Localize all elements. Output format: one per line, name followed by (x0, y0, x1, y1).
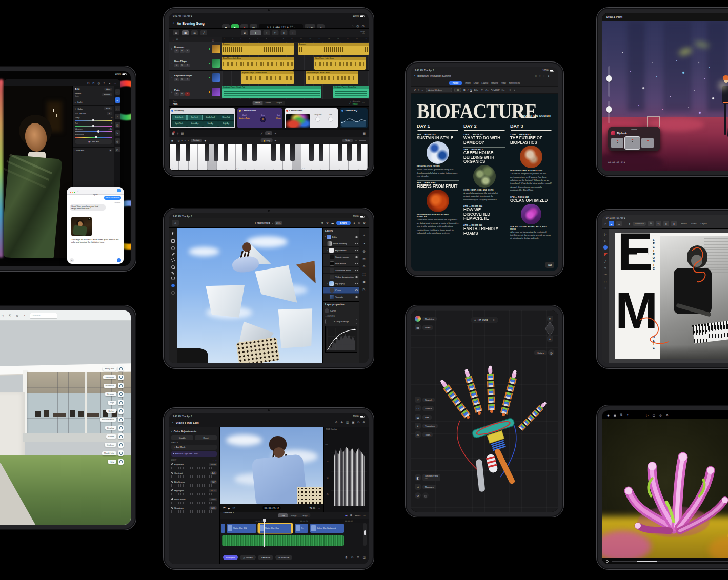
flip-icon[interactable]: ⇋ (656, 221, 661, 226)
button-entity-info[interactable]: Entity Info (103, 366, 124, 371)
hide-icon[interactable]: ⊘ (415, 492, 421, 499)
more-icon[interactable]: ⋯ (363, 514, 366, 517)
slider-tint[interactable]: Tint0 (75, 122, 112, 127)
brush-tool-icon[interactable]: 〰 (604, 273, 607, 277)
select-button[interactable]: Select (355, 514, 360, 517)
canvas[interactable] (177, 228, 322, 363)
drag-on-image-button[interactable]: ✛ Drag on image (325, 319, 357, 324)
history-icon[interactable]: ◷ (97, 81, 99, 85)
tab-home[interactable]: Home (449, 81, 462, 85)
plugin-chromaverb[interactable]: ChromaVerb Decay Time Wet (285, 108, 338, 128)
node-tool-icon[interactable]: ▻ (604, 239, 606, 242)
indent-icon[interactable]: ⇥ (513, 89, 515, 91)
masking-tool-icon[interactable]: ◔ (115, 114, 120, 119)
visibility-icon[interactable] (355, 236, 358, 238)
history-button[interactable]: History (534, 350, 547, 355)
eye-panel-icon[interactable]: ◉ (362, 280, 365, 283)
back-grid-icon[interactable]: ⬅ (604, 222, 606, 225)
layer-row[interactable]: Noise blending (323, 240, 359, 247)
font-name-select[interactable]: Antipol Medium (426, 88, 452, 92)
crop-panel-icon[interactable]: ⬚ (362, 272, 366, 276)
regions-view-icon[interactable]: ▦ (182, 30, 189, 35)
lasso-tool-icon[interactable] (171, 246, 175, 250)
editors-icon[interactable]: ▭ (191, 30, 198, 35)
disable-button[interactable]: Disable (171, 435, 193, 440)
edit-tool-icon[interactable]: ≋ (115, 97, 120, 103)
comments-icon[interactable]: ▭ (362, 257, 366, 260)
preset-tile[interactable]: Epic Synth (187, 115, 203, 120)
layer-row[interactable]: ▾Adjustments (323, 247, 359, 254)
highlighter-icon[interactable]: ▱ (422, 89, 424, 91)
pads-icon[interactable] (212, 88, 220, 96)
font-size-select[interactable]: 11 (454, 88, 461, 92)
move-tool-icon[interactable] (172, 232, 174, 236)
volume-button[interactable]: 🔈Volume (240, 555, 256, 560)
region-pads[interactable]: Keyboard Player - Simple Pad (222, 86, 321, 98)
transform-tool-icon[interactable] (171, 239, 175, 243)
preset-tile[interactable]: Bright Arp (218, 121, 234, 127)
back-icon[interactable]: ‹ (414, 74, 415, 77)
contact-avatar[interactable]: Joyce › (93, 188, 98, 197)
lightbulb-icon[interactable]: ○ (539, 74, 541, 77)
region-bass[interactable]: Bass Player - Indie Disco (222, 57, 294, 70)
video-clip[interactable]: Skyline_Blue_Wide (227, 524, 256, 533)
bass-icon[interactable] (212, 59, 220, 68)
light-section[interactable]: ▸Light (75, 101, 112, 103)
piano-black-key[interactable] (214, 144, 218, 161)
slider-handle[interactable] (606, 75, 612, 82)
flipbook-frame[interactable] (641, 138, 654, 148)
audio-track[interactable] (222, 535, 344, 546)
button-soften[interactable]: Soften (106, 433, 124, 439)
text-case-icon[interactable]: aA⌄ (474, 89, 479, 91)
more-icon[interactable]: ⋯ (216, 38, 219, 42)
preset-tile[interactable]: Metallic Swell (203, 115, 218, 120)
button-scenes[interactable]: Scenes (105, 391, 124, 397)
layer-row[interactable]: Yellow desaturation (323, 274, 359, 280)
timeline-ruler[interactable]: 00:00:15 00:00:30 00:00:45 (220, 519, 369, 523)
record-enable-button[interactable]: R (185, 49, 190, 53)
items-button[interactable]: Items (422, 325, 433, 330)
song-title[interactable]: An Evening Song (177, 22, 205, 25)
add-track-icon[interactable]: ＋ (172, 38, 174, 42)
cursor-icon[interactable]: ➤ (629, 222, 631, 225)
piano-keyboard[interactable]: C2C3C4 (169, 144, 369, 171)
loop-indicator-icon[interactable] (606, 560, 609, 563)
button-materials[interactable]: Materials (104, 383, 124, 388)
plugin-channel-eq[interactable]: Channel EQ (340, 108, 368, 128)
play-mode-button[interactable]: ☝ Play (261, 138, 273, 142)
duplicate-icon[interactable]: ⧫ (671, 221, 677, 226)
browse-button[interactable]: Browse (102, 93, 112, 96)
piano-black-key[interactable] (357, 144, 361, 161)
button-environment[interactable]: Environment (100, 417, 124, 422)
button-tags[interactable]: Tags (108, 400, 124, 405)
export-icon[interactable]: ⇱ (9, 314, 11, 317)
export-panel-icon[interactable]: ⇱ (362, 287, 365, 291)
heal-tool-icon[interactable] (171, 258, 175, 262)
distance-field[interactable]: Distance (30, 313, 57, 319)
track-name[interactable]: Bass Player (174, 60, 207, 63)
object-menu[interactable]: Object (701, 222, 707, 225)
tab-sends[interactable]: Sends (262, 101, 273, 105)
poster-page[interactable]: E M LECTRONIC USIC (615, 233, 728, 359)
select-tool-icon[interactable]: ▷ (604, 233, 606, 236)
sliders-icon[interactable]: ≡ (275, 132, 276, 135)
layers-icon[interactable]: ⧉ (620, 413, 622, 417)
visibility-icon[interactable] (355, 263, 358, 264)
preset-tile[interactable]: Bright Synth (172, 115, 187, 120)
video-clip[interactable] (221, 524, 225, 533)
trash-icon[interactable]: 🗑 (345, 556, 348, 560)
dup-track-icon[interactable]: ⧉ (176, 38, 178, 42)
split-icon[interactable]: ✂ (272, 30, 279, 35)
notifications-icon[interactable]: ◔ (23, 314, 25, 317)
mixer-icon[interactable]: ♯ (177, 132, 178, 135)
inspect-button[interactable]: ⧈ Inspect (223, 555, 238, 560)
tool-search[interactable]: ◌Search (415, 397, 438, 403)
send-icon[interactable]: ↑ (117, 258, 121, 262)
brush-size-slider[interactable] (608, 66, 610, 97)
record-enable-button[interactable]: R (185, 78, 190, 81)
transform-icon[interactable]: ⧉ (648, 221, 654, 226)
frame-icon[interactable]: ▢ (653, 413, 655, 417)
magic-icon[interactable]: ✦ (212, 459, 214, 461)
curves-graph[interactable] (325, 326, 357, 353)
slider-handle[interactable] (606, 106, 612, 113)
